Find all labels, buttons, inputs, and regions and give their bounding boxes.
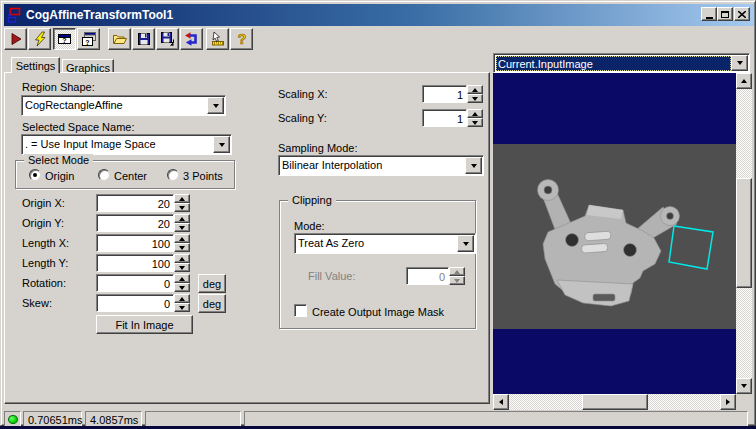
- minimize-icon: [706, 17, 713, 19]
- skew-field[interactable]: 0: [96, 294, 174, 312]
- horizontal-scroll-thumb[interactable]: [582, 394, 648, 410]
- cascade-tool-windows-icon: ?: [81, 31, 97, 47]
- radio-origin[interactable]: [29, 169, 41, 181]
- vertical-scroll-thumb[interactable]: [736, 178, 752, 288]
- spin-up-button[interactable]: [467, 109, 483, 118]
- origin-y-field[interactable]: 20: [96, 214, 174, 232]
- help-button[interactable]: ?: [230, 28, 253, 50]
- tab-graphics[interactable]: Graphics: [62, 59, 114, 72]
- spin-down-button[interactable]: [174, 203, 190, 212]
- cascade-tool-windows-button[interactable]: ?: [77, 28, 100, 50]
- arrow-down-icon: [472, 121, 478, 125]
- fit-in-image-button[interactable]: Fit In Image: [96, 315, 193, 334]
- spin-down-button[interactable]: [174, 243, 190, 252]
- image-selector-drop-button[interactable]: [731, 55, 748, 71]
- spin-down-button[interactable]: [174, 283, 190, 292]
- skew-label: Skew:: [22, 297, 52, 309]
- save-as-icon: [160, 31, 176, 47]
- open-button[interactable]: [108, 28, 131, 50]
- region-shape-combo[interactable]: CogRectangleAffine: [21, 95, 226, 116]
- electrode-button[interactable]: [206, 28, 229, 50]
- origin-x-spinner[interactable]: [174, 194, 190, 212]
- spin-up-button[interactable]: [174, 234, 190, 243]
- length-y-field[interactable]: 100: [96, 254, 174, 272]
- sampling-mode-combo[interactable]: Bilinear Interpolation: [278, 155, 484, 176]
- length-x-label: Length X:: [22, 237, 69, 249]
- origin-y-spinner[interactable]: [174, 214, 190, 232]
- length-x-field[interactable]: 100: [96, 234, 174, 252]
- scaling-x-spinner[interactable]: [467, 85, 483, 103]
- arrow-up-icon: [179, 297, 185, 301]
- space-name-drop-button[interactable]: [213, 136, 230, 153]
- image-selector-combo[interactable]: Current.InputImage: [493, 53, 750, 73]
- spin-up-button[interactable]: [174, 214, 190, 223]
- scaling-x-field[interactable]: 1: [422, 85, 467, 103]
- status-panel-3: [145, 411, 241, 427]
- clipping-mode-drop-button[interactable]: [457, 235, 474, 252]
- spin-down-button[interactable]: [174, 263, 190, 272]
- spin-down-button[interactable]: [174, 223, 190, 232]
- spin-up-button[interactable]: [174, 294, 190, 303]
- rotation-spinner[interactable]: [174, 274, 190, 292]
- spin-up-button[interactable]: [174, 194, 190, 203]
- scroll-down-button[interactable]: [736, 378, 752, 394]
- spin-down-button[interactable]: [467, 118, 483, 127]
- space-name-combo[interactable]: . = Use Input Image Space: [21, 134, 232, 155]
- create-output-mask-checkbox[interactable]: [294, 304, 307, 317]
- reset-icon: [184, 31, 200, 47]
- scaling-y-spinner[interactable]: [467, 109, 483, 127]
- scaling-y-label: Scaling Y:: [278, 112, 327, 124]
- run-button[interactable]: [4, 28, 27, 50]
- rotation-field[interactable]: 0: [96, 274, 174, 292]
- spin-down-button[interactable]: [174, 303, 190, 312]
- sampling-mode-drop-button[interactable]: [465, 157, 482, 174]
- arrow-down-icon: [179, 226, 185, 230]
- scaling-y-field[interactable]: 1: [422, 109, 467, 127]
- image-display[interactable]: [493, 73, 736, 394]
- save-as-button[interactable]: [156, 28, 179, 50]
- float-tool-window-button[interactable]: ?: [53, 28, 76, 50]
- spin-up-button[interactable]: [467, 85, 483, 94]
- save-button[interactable]: [132, 28, 155, 50]
- help-icon: ?: [234, 31, 250, 47]
- arrow-right-icon: [726, 399, 730, 405]
- rotation-unit-button[interactable]: deg: [198, 274, 226, 293]
- radio-center[interactable]: [98, 169, 110, 181]
- skew-unit-button[interactable]: deg: [198, 294, 226, 313]
- minimize-button[interactable]: [701, 7, 717, 21]
- tab-settings[interactable]: Settings: [11, 57, 60, 73]
- spin-up-button[interactable]: [174, 274, 190, 283]
- scroll-left-button[interactable]: [493, 394, 509, 410]
- radio-3points-label: 3 Points: [183, 170, 223, 182]
- arrow-up-icon: [179, 257, 185, 261]
- reset-button[interactable]: [180, 28, 203, 50]
- horizontal-scrollbar[interactable]: [493, 394, 736, 410]
- scroll-up-button[interactable]: [736, 73, 752, 89]
- region-shape-drop-button[interactable]: [207, 97, 224, 114]
- radio-center-label: Center: [114, 170, 147, 182]
- radio-3points[interactable]: [167, 169, 179, 181]
- input-image-photo: [493, 144, 736, 329]
- skew-spinner[interactable]: [174, 294, 190, 312]
- spin-up-button[interactable]: [174, 254, 190, 263]
- length-y-spinner[interactable]: [174, 254, 190, 272]
- spin-up-button: [449, 267, 465, 276]
- clipping-mode-combo[interactable]: Treat As Zero: [294, 233, 476, 254]
- vertical-scrollbar[interactable]: [736, 73, 752, 394]
- tab-graphics-label: Graphics: [66, 62, 110, 74]
- arrow-left-icon: [499, 399, 503, 405]
- chevron-down-icon: [219, 143, 225, 147]
- arrow-up-icon: [179, 217, 185, 221]
- rotation-label: Rotation:: [22, 277, 66, 289]
- origin-x-field[interactable]: 20: [96, 194, 174, 212]
- trigger-button[interactable]: [28, 28, 51, 50]
- close-button[interactable]: [734, 7, 750, 21]
- title-bar[interactable]: CogAffineTransformTool1: [4, 4, 754, 26]
- scroll-right-button[interactable]: [720, 394, 736, 410]
- arrow-up-icon: [179, 237, 185, 241]
- origin-x-label: Origin X:: [22, 197, 65, 209]
- length-y-label: Length Y:: [22, 257, 68, 269]
- maximize-button[interactable]: [717, 7, 733, 21]
- spin-down-button[interactable]: [467, 94, 483, 103]
- length-x-spinner[interactable]: [174, 234, 190, 252]
